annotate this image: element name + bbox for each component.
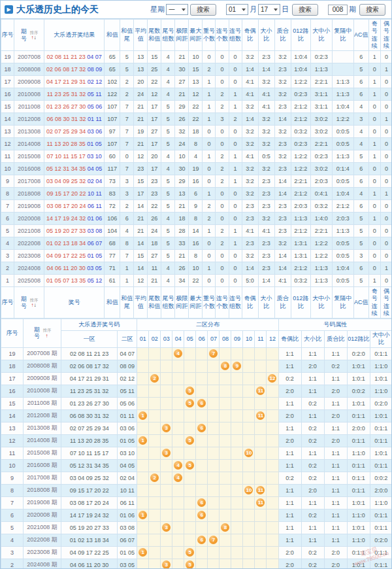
back-zone-numbers: 01 06 bbox=[88, 215, 103, 222]
stat-value-cell-4: 4 bbox=[161, 163, 175, 175]
back-zone-numbers: 06 07 bbox=[88, 240, 103, 247]
attr-value-cell-0: 1:1 bbox=[278, 422, 301, 434]
stat-value-cell-14: 0:2:3 bbox=[310, 150, 332, 163]
sort-control[interactable]: 排序↑↓ bbox=[29, 30, 39, 41]
dist-cell-12 bbox=[267, 509, 278, 521]
back-zone-numbers: 05 11 bbox=[88, 91, 102, 97]
stat-value-cell-11: 2:3 bbox=[258, 200, 274, 213]
dist-cell-09 bbox=[231, 509, 243, 521]
stat-value-cell-3: 17 bbox=[148, 113, 161, 126]
back-number-ball: 11 bbox=[256, 486, 265, 494]
issue-input[interactable] bbox=[328, 5, 348, 15]
dist-cell-01 bbox=[137, 347, 149, 360]
sort-control[interactable]: 排序↑ bbox=[42, 328, 52, 338]
attr-value-cell-3: 1:1:0 bbox=[347, 509, 370, 521]
stat-value-cell-3: 24 bbox=[148, 225, 161, 237]
distribution-row: 42022008 期01 02 13 18 3406 07671:11:11:1… bbox=[1, 534, 392, 546]
dist-cell-09 bbox=[231, 484, 243, 496]
back-number-ball: 5 bbox=[186, 436, 194, 445]
dist-cell-03 bbox=[161, 459, 172, 472]
issue-cell: 2011008 bbox=[14, 101, 44, 113]
dist-cell-06 bbox=[196, 385, 208, 397]
stat-value-cell-10: 2:3 bbox=[242, 213, 258, 225]
stat-value-cell-13: 1:3:1 bbox=[291, 237, 310, 250]
attr-value-cell-3: 1:0:1 bbox=[347, 372, 370, 385]
stat-value-cell-12: 3:2 bbox=[274, 126, 291, 138]
attr-value-cell-3: 0:1:1 bbox=[347, 546, 370, 559]
back-zone-numbers: 01 11 bbox=[88, 116, 102, 122]
zone1-numbers-cell: 05 12 31 34 35 bbox=[61, 459, 118, 472]
stat-value-cell-3: 25 bbox=[148, 63, 161, 76]
sort-label: 排序 bbox=[29, 298, 38, 303]
dist-cell-10 bbox=[243, 360, 255, 372]
stat-value-cell-18: 0 bbox=[380, 275, 392, 287]
seq-cell: 4 bbox=[1, 534, 24, 546]
stat-value-cell-4: 5 bbox=[161, 237, 175, 250]
stat-value-cell-0: 107 bbox=[105, 101, 120, 113]
stat-value-cell-14: 2:2:1 bbox=[310, 225, 332, 237]
dropdown-arrow-icon bbox=[182, 9, 186, 11]
seq-cell: 11 bbox=[1, 447, 24, 459]
distribution-row: 92017008 期03 04 09 25 3202 04240:20:21:1… bbox=[1, 472, 392, 484]
stat-value-cell-13: 1:2:2 bbox=[291, 163, 310, 175]
stat-value-cell-10: 2:3 bbox=[242, 237, 258, 250]
attr-value-cell-4: 1:0:1 bbox=[370, 447, 392, 459]
seq-cell: 19 bbox=[1, 51, 14, 63]
stat-value-cell-6: 10 bbox=[189, 51, 203, 63]
result-cell: 02 06 08 17 32 08 09 bbox=[44, 63, 105, 76]
stats-row: 6202000814 17 19 24 32 01 06106621264188… bbox=[1, 213, 392, 225]
stat-value-cell-4: 5 bbox=[161, 188, 175, 200]
sort-control[interactable]: 排序↑↓ bbox=[29, 298, 39, 308]
back-number-ball: 6 bbox=[197, 424, 206, 432]
stat-value-cell-18: 0 bbox=[380, 138, 392, 150]
dist-cell-11 bbox=[255, 559, 267, 569]
front-zone-numbers: 03 08 17 20 24 bbox=[46, 203, 86, 209]
stat-value-cell-15: 1:1:3 bbox=[332, 225, 353, 237]
attr-value-cell-0: 1:1 bbox=[278, 397, 301, 409]
dist-cell-12 bbox=[267, 484, 278, 496]
day-select[interactable]: 17 bbox=[258, 4, 280, 15]
stat-value-cell-6: 22 bbox=[189, 275, 203, 287]
attr-value-cell-2: 1:1 bbox=[324, 397, 347, 409]
seq-cell: 3 bbox=[1, 546, 24, 559]
month-select[interactable]: 01 bbox=[226, 4, 248, 15]
stat-value-cell-12: 1:4 bbox=[274, 262, 291, 275]
dist-cell-08 bbox=[220, 409, 231, 422]
t1-column-header-15: 质合比 bbox=[274, 20, 291, 51]
dist-cell-04 bbox=[172, 372, 184, 385]
attr-value-cell-3: 0:1:1 bbox=[347, 409, 370, 422]
stat-value-cell-3: 26 bbox=[148, 213, 161, 225]
attr-value-cell-3: 0:1:1 bbox=[347, 484, 370, 496]
dist-cell-08 bbox=[220, 385, 231, 397]
dist-cell-03: 3 bbox=[161, 521, 172, 534]
dist-cell-08 bbox=[220, 447, 231, 459]
stat-value-cell-17: 1 bbox=[368, 51, 380, 63]
attr-value-cell-4: 0:1:1 bbox=[370, 546, 392, 559]
seq-cell: 7 bbox=[1, 200, 14, 213]
issue-search-button[interactable]: 搜索 bbox=[359, 4, 385, 16]
date-search-button[interactable]: 搜索 bbox=[292, 4, 318, 16]
stat-value-cell-8: 0 bbox=[216, 63, 229, 76]
week-search-button[interactable]: 搜索 bbox=[190, 4, 216, 16]
zone1-numbers-cell: 04 06 11 20 30 bbox=[61, 559, 118, 569]
back-zone-numbers: 08 09 bbox=[88, 66, 103, 73]
stat-value-cell-7: 1 bbox=[203, 150, 216, 163]
stats-row: 14201200806 08 30 31 32 01 1110772117526… bbox=[1, 113, 392, 126]
dist-cell-11: 11 bbox=[255, 484, 267, 496]
dist-cell-03 bbox=[161, 509, 172, 521]
stat-value-cell-0: 72 bbox=[105, 200, 120, 213]
dist-cell-09 bbox=[231, 546, 243, 559]
stat-value-cell-2: 19 bbox=[134, 126, 148, 138]
back-zone-numbers: 02 12 bbox=[88, 78, 103, 85]
dist-cell-03 bbox=[161, 347, 172, 360]
stat-value-cell-18: 0 bbox=[380, 225, 392, 237]
dist-cell-10 bbox=[243, 397, 255, 409]
issue-cell: 2025008 bbox=[14, 275, 44, 287]
dist-cell-05: 5 bbox=[184, 434, 196, 447]
week-select[interactable]: 一 bbox=[166, 4, 188, 15]
dist-cell-04: 4 bbox=[172, 459, 184, 472]
stat-value-cell-18: 0 bbox=[380, 76, 392, 88]
dist-cell-01 bbox=[137, 422, 149, 434]
stat-value-cell-18: 0 bbox=[380, 175, 392, 188]
stat-value-cell-9: 0 bbox=[229, 138, 242, 150]
